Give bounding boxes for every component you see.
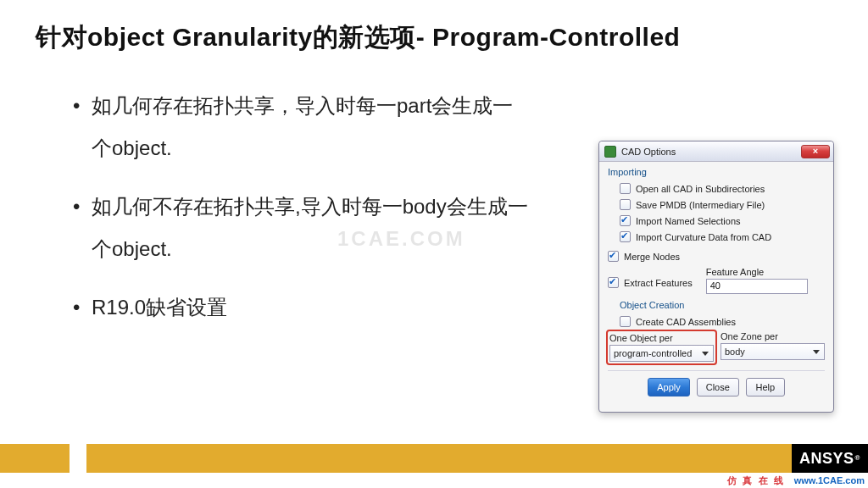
label-one-zone-per: One Zone per xyxy=(721,331,825,341)
group-importing-label: Importing xyxy=(608,164,825,180)
label-merge-nodes: Merge Nodes xyxy=(624,252,680,262)
dialog-body: Importing Open all CAD in Subdirectories… xyxy=(599,162,833,412)
checkbox-named-selections[interactable] xyxy=(620,215,631,226)
bullet-item: 如几何存在拓扑共享，导入时每一part会生成一个object. xyxy=(73,85,531,170)
site-url: www.1CAE.com xyxy=(794,475,865,485)
dialog-button-row: Apply Close Help xyxy=(608,370,825,405)
apply-button[interactable]: Apply xyxy=(648,378,690,396)
label-curvature: Import Curvature Data from CAD xyxy=(636,232,771,242)
label-open-all: Open all CAD in Subdirectories xyxy=(636,184,765,194)
checkbox-merge-nodes[interactable] xyxy=(608,251,619,262)
dialog-title: CAD Options xyxy=(621,147,801,157)
group-object-creation-label: Object Creation xyxy=(608,297,825,313)
checkbox-create-assemblies[interactable] xyxy=(620,316,631,327)
select-one-zone-per[interactable]: body xyxy=(721,343,825,360)
label-one-object-per: One Object per xyxy=(609,333,714,343)
select-one-object-per[interactable]: program-controlled xyxy=(609,345,714,362)
label-extract-features: Extract Features xyxy=(624,278,693,288)
checkbox-curvature[interactable] xyxy=(620,231,631,242)
label-create-assemblies: Create CAD Assemblies xyxy=(636,317,736,327)
close-icon[interactable]: × xyxy=(801,145,830,158)
app-icon xyxy=(604,146,616,158)
site-tag: 仿 真 在 线 www.1CAE.com xyxy=(727,474,865,487)
label-save-pmdb: Save PMDB (Intermediary File) xyxy=(636,200,765,210)
label-feature-angle: Feature Angle xyxy=(706,267,808,277)
footer-band xyxy=(0,444,868,473)
bullet-item: 如几何不存在拓扑共享,导入时每一body会生成一个object. xyxy=(73,186,531,271)
dialog-titlebar[interactable]: CAD Options × xyxy=(599,141,833,162)
label-named-selections: Import Named Selections xyxy=(636,216,741,226)
bullet-item: R19.0缺省设置 xyxy=(73,286,531,329)
bullet-list: 如几何存在拓扑共享，导入时每一part会生成一个object. 如几何不存在拓扑… xyxy=(73,85,531,344)
highlight-one-object-per: One Object per program-controlled xyxy=(606,330,717,365)
cad-options-dialog: CAD Options × Importing Open all CAD in … xyxy=(598,141,834,413)
site-name-zh: 仿 真 在 线 xyxy=(727,475,784,485)
checkbox-open-all[interactable] xyxy=(620,183,631,194)
ansys-logo: ANSYS xyxy=(792,444,868,473)
close-button[interactable]: Close xyxy=(697,378,739,396)
slide-title: 针对object Granularity的新选项- Program-Contro… xyxy=(36,20,680,55)
checkbox-save-pmdb[interactable] xyxy=(620,199,631,210)
input-feature-angle[interactable]: 40 xyxy=(706,279,808,294)
help-button[interactable]: Help xyxy=(746,378,785,396)
checkbox-extract-features[interactable] xyxy=(608,277,619,288)
